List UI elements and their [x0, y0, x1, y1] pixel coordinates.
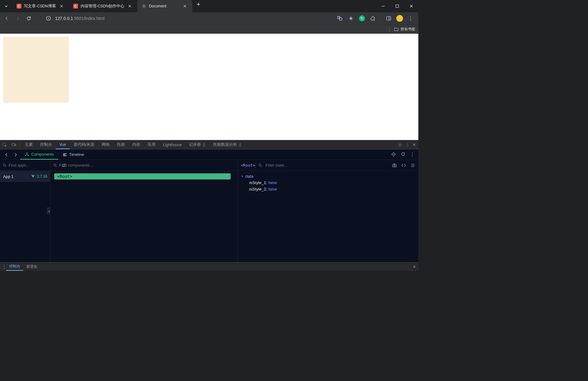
page-viewport	[0, 34, 418, 140]
close-tab-icon[interactable]: ✕	[127, 4, 133, 9]
inspect-element-icon[interactable]	[0, 142, 9, 147]
toolbar-divider	[381, 16, 381, 21]
devtools-tab-sources[interactable]: 源代码/来源	[70, 140, 98, 149]
devtools-tab-console[interactable]: 控制台	[36, 140, 56, 149]
devtools-tab-network[interactable]: 网络	[98, 140, 113, 149]
devtools-divider	[20, 142, 20, 148]
site-info-icon[interactable]	[44, 14, 53, 23]
devtools-menu-icon[interactable]: ⋮	[405, 142, 409, 147]
devtools-tab-perf-insights[interactable]: 性能数据分析	[209, 140, 246, 149]
close-tab-icon[interactable]: ✕	[58, 4, 65, 9]
url-bar: 127.0.0.1:5501/index.html G ★ ↻ ⋮	[0, 12, 418, 25]
state-breadcrumb[interactable]: <Root>	[241, 163, 255, 168]
favicon-globe-icon	[141, 4, 146, 9]
new-tab-button[interactable]	[194, 0, 203, 9]
vue-apps-panel: App 1 2.7.16	[0, 160, 51, 262]
svg-rect-14	[63, 153, 67, 154]
drawer-close-icon[interactable]: ✕	[413, 265, 416, 269]
browser-menu-icon[interactable]: ⋮	[407, 15, 414, 22]
devtools-tab-performance[interactable]: 性能	[113, 140, 129, 149]
timeline-icon	[62, 152, 67, 157]
app-name: App 1	[3, 174, 13, 179]
devtools-tab-elements[interactable]: 元素	[21, 140, 36, 149]
disclosure-triangle-icon[interactable]: ▼	[241, 175, 244, 178]
url-host: 127.0.0.1	[55, 16, 73, 21]
devtools-settings-icon[interactable]	[398, 142, 402, 147]
tab-csdn-manage[interactable]: C 内容管理-CSDN创作中心 ✕	[69, 0, 138, 12]
screenshot-icon[interactable]	[392, 163, 397, 168]
close-window-button[interactable]	[404, 0, 418, 12]
apps-refresh-icon[interactable]	[62, 163, 66, 168]
maximize-button[interactable]	[390, 0, 404, 12]
extensions-icon[interactable]	[370, 15, 376, 22]
minimize-button[interactable]	[376, 0, 390, 12]
sidepanel-icon[interactable]	[385, 15, 392, 22]
browser-titlebar: C 写文章-CSDN博客 ✕ C 内容管理-CSDN创作中心 ✕ Documen…	[0, 0, 418, 12]
devtools-drawer: ⋮ 控制台 新变化 ✕	[0, 262, 418, 271]
livereload-icon[interactable]: ↻	[359, 15, 365, 22]
drawer-tab-console[interactable]: 控制台	[6, 262, 23, 271]
tab-csdn-write[interactable]: C 写文章-CSDN博客 ✕	[12, 0, 69, 12]
vue-app-item[interactable]: App 1 2.7.16	[0, 171, 50, 182]
svg-point-19	[3, 164, 5, 166]
all-bookmarks-button[interactable]: 所有书签	[394, 27, 415, 32]
profile-avatar[interactable]	[396, 15, 403, 22]
apps-search-input[interactable]	[9, 163, 60, 168]
components-search-input[interactable]	[59, 163, 235, 168]
search-icon	[258, 163, 262, 168]
component-node-root[interactable]: <Root>	[54, 173, 231, 179]
devtools-tab-vue[interactable]: Vue	[56, 140, 70, 149]
svg-rect-1	[396, 5, 399, 8]
components-icon	[24, 152, 29, 157]
bookmarks-divider	[389, 27, 390, 32]
svg-point-23	[394, 165, 395, 166]
favicon-csdn-icon: C	[73, 4, 78, 9]
state-header: <Root>	[238, 160, 418, 171]
back-button[interactable]	[2, 14, 11, 23]
drawer-menu-icon[interactable]: ⋮	[2, 265, 6, 269]
bookmark-star-icon[interactable]: ★	[348, 15, 354, 22]
vue-version-badge: 2.7.16	[31, 174, 47, 179]
vue-logo-icon	[31, 174, 35, 179]
devtools-tab-recorder[interactable]: 记录器	[185, 140, 209, 149]
devtools-tab-application[interactable]: 应用	[144, 140, 159, 149]
state-body: ▼data isStyle_1: false isStyle_2: false	[238, 171, 418, 195]
address-field[interactable]: 127.0.0.1:5501/index.html	[55, 16, 334, 21]
vue-locate-icon[interactable]	[391, 152, 396, 157]
bookmarks-bar: 所有书签	[0, 25, 418, 34]
format-icon[interactable]	[410, 163, 415, 168]
svg-point-21	[259, 164, 261, 166]
drawer-tab-whatsnew[interactable]: 新变化	[23, 262, 40, 271]
devtools-tab-memory[interactable]: 内存	[129, 140, 144, 149]
vue-forward-button[interactable]	[11, 150, 20, 159]
state-prop-row[interactable]: isStyle_2: false	[241, 186, 415, 193]
flask-icon	[238, 143, 242, 147]
devtools-tab-bar: 元素 控制台 Vue 源代码/来源 网络 性能 内存 应用 Lighthouse…	[0, 140, 418, 149]
device-toolbar-icon[interactable]	[9, 142, 18, 147]
devtools-close-icon[interactable]: ✕	[413, 142, 416, 147]
vue-refresh-icon[interactable]	[401, 152, 405, 157]
translate-icon[interactable]: G	[337, 15, 343, 22]
vue-tab-timeline[interactable]: Timeline	[58, 149, 89, 160]
state-filter-input[interactable]	[266, 163, 389, 168]
svg-text:G: G	[338, 17, 340, 18]
tab-label: 内容管理-CSDN创作中心	[81, 4, 125, 9]
tab-search-dropdown[interactable]	[0, 4, 12, 8]
state-prop-row[interactable]: isStyle_1: false	[241, 180, 415, 186]
svg-rect-22	[393, 164, 396, 167]
svg-point-18	[393, 154, 394, 155]
vue-tab-components[interactable]: Components	[20, 149, 58, 160]
devtools-tab-lighthouse[interactable]: Lighthouse	[159, 140, 185, 149]
vue-back-button[interactable]	[2, 150, 11, 159]
favicon-csdn-icon: C	[17, 4, 21, 9]
forward-button[interactable]	[13, 14, 22, 23]
open-in-editor-icon[interactable]	[401, 163, 406, 168]
flask-icon	[202, 143, 206, 147]
close-tab-icon[interactable]: ✕	[182, 4, 188, 9]
vue-menu-icon[interactable]: ⋮	[410, 152, 415, 157]
tab-document[interactable]: Document ✕	[137, 0, 192, 12]
tab-label: 写文章-CSDN博客	[24, 4, 56, 9]
search-icon	[2, 163, 7, 168]
reload-button[interactable]	[24, 14, 33, 23]
tab-strip: C 写文章-CSDN博客 ✕ C 内容管理-CSDN创作中心 ✕ Documen…	[12, 0, 376, 12]
